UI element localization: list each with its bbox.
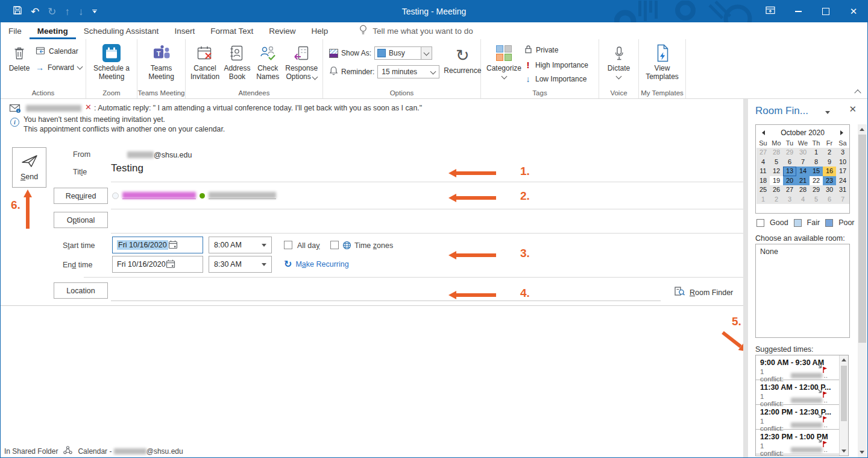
dictate-button[interactable]: Dictate (602, 41, 636, 78)
calendar-day[interactable]: 31 (836, 185, 849, 195)
teams-meeting-button[interactable]: T Teams Meeting (141, 41, 182, 81)
private-button[interactable]: Private (524, 45, 588, 56)
check-names-button[interactable]: Check Names (253, 41, 283, 81)
end-time-select[interactable]: 8:30 AM (209, 256, 272, 273)
end-date-input[interactable]: Fri 10/16/2020 (112, 256, 203, 273)
scroll-up-icon[interactable] (841, 358, 846, 361)
tab-format-text[interactable]: Format Text (203, 22, 261, 39)
calendar-day[interactable]: 22 (810, 176, 823, 186)
remove-x-icon[interactable]: ✕ (85, 103, 92, 112)
recurrence-button[interactable]: ↻ Recurrence (442, 41, 483, 75)
calendar-day[interactable]: 5 (770, 157, 783, 167)
send-button[interactable]: Send (12, 147, 46, 188)
tab-meeting[interactable]: Meeting (30, 22, 76, 39)
room-option-none[interactable]: None (760, 247, 778, 256)
calendar-day[interactable]: 21 (796, 176, 810, 186)
calendar-day[interactable]: 18 (756, 176, 770, 186)
calendar-day[interactable]: 30 (823, 185, 836, 195)
categorize-button[interactable]: Categorize (483, 41, 524, 78)
calendar-day[interactable]: 7 (796, 157, 810, 167)
suggestion-item[interactable]: 12:00 PM - 12:30 P...1 conflict:.. (756, 405, 848, 430)
datepicker-icon[interactable] (166, 259, 175, 270)
ribbon-display-options-button[interactable] (756, 1, 784, 22)
panel-divider[interactable] (743, 99, 748, 458)
calendar-day[interactable]: 27 (783, 185, 796, 195)
calendar-day[interactable]: 6 (783, 157, 796, 167)
calendar-day[interactable]: 23 (823, 176, 836, 186)
calendar-day[interactable]: 1 (810, 148, 823, 157)
forward-button[interactable]: → Forward (36, 63, 82, 72)
calendar-day[interactable]: 13 (783, 167, 796, 176)
show-as-select[interactable]: Busy (374, 46, 432, 60)
save-icon[interactable] (13, 5, 22, 17)
start-date-input[interactable]: Fri 10/16/2020 (112, 237, 203, 253)
calendar-day[interactable]: 7 (836, 195, 849, 205)
low-importance-button[interactable]: ↓ Low Importance (524, 74, 588, 84)
scrollbar-thumb[interactable] (858, 135, 866, 343)
calendar-day[interactable]: 4 (756, 157, 770, 167)
delete-button[interactable]: Delete (3, 41, 36, 72)
view-templates-button[interactable]: View Templates (641, 41, 683, 81)
reminder-select[interactable]: 15 minutes (377, 65, 439, 78)
calendar-day[interactable]: 19 (770, 176, 783, 186)
calendar-day[interactable]: 29 (810, 185, 823, 195)
scroll-up-icon[interactable] (860, 128, 864, 131)
optional-button[interactable]: Optional (54, 212, 108, 228)
calendar-day[interactable]: 1 (756, 195, 770, 205)
calendar-day[interactable]: 10 (836, 157, 849, 167)
datepicker-icon[interactable] (168, 240, 178, 251)
calendar-day[interactable]: 16 (823, 167, 836, 176)
panel-scrollbar[interactable] (858, 124, 867, 457)
maximize-button[interactable] (812, 1, 840, 22)
suggestion-item[interactable]: 12:30 PM - 1:00 PM1 conflict:.. (756, 430, 848, 454)
required-attendees[interactable] (112, 192, 276, 199)
cancel-invitation-button[interactable]: Cancel Invitation (188, 41, 222, 81)
scroll-down-icon[interactable] (841, 450, 846, 453)
undo-icon[interactable]: ↶ (31, 7, 39, 17)
calendar-day[interactable]: 8 (810, 157, 823, 167)
customize-qat-icon[interactable] (92, 10, 97, 14)
calendar-day[interactable]: 27 (756, 148, 770, 157)
calendar-button[interactable]: Calendar (36, 46, 82, 57)
calendar-day[interactable]: 2 (823, 148, 836, 157)
title-input[interactable]: Testing (111, 162, 143, 174)
calendar-day[interactable]: 28 (770, 148, 783, 157)
calendar-day[interactable]: 9 (823, 157, 836, 167)
tab-review[interactable]: Review (261, 22, 303, 39)
schedule-a-meeting-button[interactable]: Schedule a Meeting (90, 41, 133, 81)
make-recurring-link[interactable]: ↻ Make Recurring (284, 259, 349, 269)
calendar-day[interactable]: 3 (783, 195, 796, 205)
suggestion-item[interactable]: 11:30 AM - 12:00 P...1 conflict:.. (756, 380, 848, 405)
close-button[interactable]: ✕ (840, 1, 867, 22)
calendar-day[interactable]: 20 (783, 176, 796, 186)
required-button[interactable]: Required (54, 188, 108, 204)
time-zones-checkbox[interactable] (330, 241, 339, 249)
calendar-day[interactable]: 3 (836, 148, 849, 157)
panel-close-icon[interactable]: ✕ (849, 104, 857, 115)
tell-me-box[interactable]: Tell me what you want to do (359, 22, 473, 39)
calendar-day[interactable]: 4 (796, 195, 810, 205)
calendar-day[interactable]: 12 (770, 167, 783, 176)
tab-scheduling-assistant[interactable]: Scheduling Assistant (76, 22, 167, 39)
calendar-day[interactable]: 25 (756, 185, 770, 195)
tab-insert[interactable]: Insert (166, 22, 203, 39)
location-button[interactable]: Location (54, 282, 108, 299)
scroll-down-icon[interactable] (860, 451, 864, 454)
prev-month-icon[interactable] (762, 130, 765, 135)
calendar-day[interactable]: 17 (836, 167, 849, 176)
calendar-day[interactable]: 28 (796, 185, 810, 195)
room-finder-link[interactable]: Room Finder (674, 286, 733, 299)
tab-file[interactable]: File (1, 22, 30, 39)
dropdown-arrow-icon[interactable] (421, 47, 432, 59)
calendar-day[interactable]: 24 (836, 176, 849, 186)
calendar-day[interactable]: 11 (756, 167, 770, 176)
high-importance-button[interactable]: ! High Importance (524, 60, 588, 70)
location-input-underline[interactable] (111, 301, 661, 301)
panel-dropdown-icon[interactable] (825, 111, 830, 114)
collapse-ribbon-icon[interactable] (854, 89, 861, 96)
calendar-day[interactable]: 2 (770, 195, 783, 205)
response-options-button[interactable]: Response Options (283, 41, 320, 81)
start-time-select[interactable]: 8:00 AM (209, 237, 272, 253)
minimize-button[interactable] (784, 1, 812, 22)
calendar-day[interactable]: 15 (810, 167, 823, 176)
